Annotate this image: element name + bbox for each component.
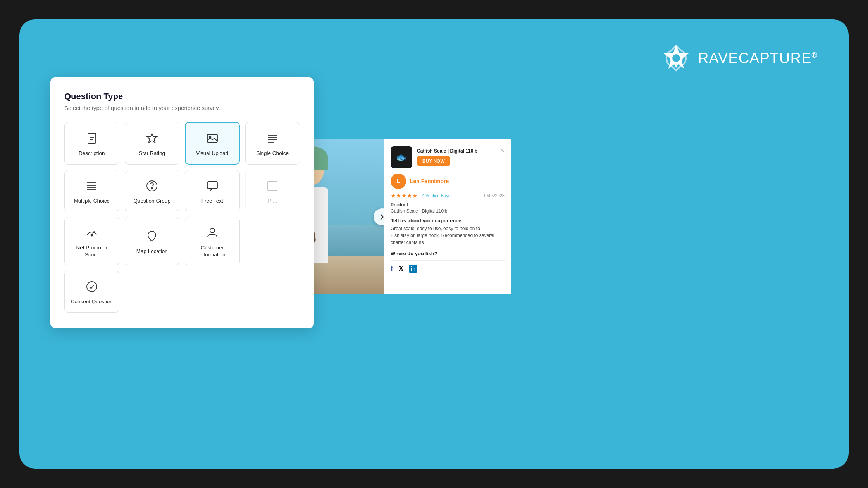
check-circle-icon bbox=[85, 280, 99, 294]
reviewer-row: L Len Fennimore bbox=[391, 174, 505, 189]
chat-icon bbox=[205, 179, 219, 193]
consent-label: Consent Question bbox=[71, 298, 113, 305]
image-icon bbox=[205, 131, 219, 145]
placeholder-icon bbox=[265, 179, 279, 193]
star-rating-label: Star Rating bbox=[139, 150, 165, 157]
free-text-label: Free Text bbox=[202, 198, 223, 204]
svg-rect-7 bbox=[207, 134, 217, 142]
question-type-free-text[interactable]: Free Text bbox=[185, 170, 240, 212]
linkedin-icon[interactable]: in bbox=[409, 265, 417, 273]
star-icon bbox=[145, 131, 159, 145]
gauge-icon bbox=[85, 226, 99, 240]
outer-container: RAVECAPTURE® Question Type Select the ty… bbox=[19, 19, 849, 469]
product-label: Product bbox=[391, 202, 505, 208]
question-type-visual-upload[interactable]: Visual Upload bbox=[185, 122, 240, 165]
buy-now-button[interactable]: BUY NOW bbox=[417, 156, 450, 166]
modal-title: Question Type bbox=[64, 91, 300, 101]
visual-upload-label: Visual Upload bbox=[196, 150, 228, 157]
customer-info-label: Customer Information bbox=[190, 244, 235, 258]
logo-icon bbox=[661, 43, 692, 74]
svg-point-21 bbox=[91, 234, 93, 236]
product-name: Catfish Scale | Digital 110lb bbox=[417, 148, 477, 154]
question-type-single-choice[interactable]: Single Choice bbox=[245, 122, 300, 165]
svg-rect-2 bbox=[88, 133, 96, 143]
question-type-question-group[interactable]: Question Group bbox=[125, 170, 180, 212]
social-icons: f 𝕏 in bbox=[391, 265, 505, 273]
question-type-multiple-choice[interactable]: Multiple Choice bbox=[64, 170, 119, 212]
single-choice-label: Single Choice bbox=[257, 150, 289, 157]
logo-text: RAVECAPTURE® bbox=[698, 50, 818, 67]
person-icon bbox=[205, 226, 219, 240]
description-label: Description bbox=[79, 150, 105, 157]
question-type-consent[interactable]: Consent Question bbox=[64, 271, 119, 313]
reviewer-avatar: L bbox=[391, 174, 406, 189]
multiple-choice-label: Multiple Choice bbox=[74, 198, 110, 204]
svg-point-25 bbox=[210, 228, 215, 233]
question-type-net-promoter[interactable]: Net Promoter Score bbox=[64, 217, 119, 265]
star-rating-display: ★★★★★ bbox=[391, 192, 418, 199]
svg-point-1 bbox=[672, 54, 680, 62]
question-type-modal: Question Type Select the type of questio… bbox=[50, 77, 314, 328]
question-type-description[interactable]: Description bbox=[64, 122, 119, 165]
product-value: Catfish Scale | Digital 110lb bbox=[391, 208, 505, 214]
svg-point-24 bbox=[150, 234, 153, 237]
logo-area: RAVECAPTURE® bbox=[661, 43, 818, 74]
verified-badge: ✓ Verified Buyer bbox=[421, 193, 452, 198]
where-fish-label: Where do you fish? bbox=[391, 251, 505, 256]
svg-marker-6 bbox=[147, 133, 157, 143]
experience-text: Great scale, easy to use, easy to hold o… bbox=[391, 225, 505, 246]
map-location-label: Map Location bbox=[136, 248, 168, 255]
reviewer-name: Len Fennimore bbox=[410, 178, 449, 184]
twitter-icon[interactable]: 𝕏 bbox=[398, 265, 403, 272]
stars-row: ★★★★★ ✓ Verified Buyer 10/05/2023 bbox=[391, 192, 505, 199]
question-type-map-location[interactable]: Map Location bbox=[125, 217, 180, 265]
review-date: 10/05/2023 bbox=[483, 193, 505, 198]
multilist-icon bbox=[85, 179, 99, 193]
svg-rect-20 bbox=[268, 181, 277, 191]
question-icon bbox=[145, 179, 159, 193]
question-group-label: Question Group bbox=[134, 198, 170, 204]
modal-subtitle: Select the type of question to add to yo… bbox=[64, 105, 300, 111]
pin-icon bbox=[145, 229, 159, 243]
net-promoter-label: Net Promoter Score bbox=[69, 244, 114, 258]
svg-point-18 bbox=[152, 187, 153, 189]
question-type-customer-info[interactable]: Customer Information bbox=[185, 217, 240, 265]
list-icon bbox=[265, 131, 279, 145]
question-type-placeholder: Pr... bbox=[245, 170, 300, 212]
experience-label: Tell us about your experience bbox=[391, 218, 505, 223]
product-panel: 🐟 Catfish Scale | Digital 110lb BUY NOW … bbox=[384, 139, 512, 294]
product-thumbnail: 🐟 bbox=[391, 146, 412, 168]
doc-icon bbox=[85, 131, 99, 145]
facebook-icon[interactable]: f bbox=[391, 265, 393, 273]
close-button[interactable]: × bbox=[500, 146, 505, 154]
product-header: 🐟 Catfish Scale | Digital 110lb BUY NOW … bbox=[391, 146, 505, 168]
svg-point-26 bbox=[87, 282, 97, 292]
question-type-star-rating[interactable]: Star Rating bbox=[125, 122, 180, 165]
question-grid: Description Star Rating Visual Upload Si… bbox=[64, 122, 300, 313]
svg-rect-19 bbox=[207, 182, 217, 189]
